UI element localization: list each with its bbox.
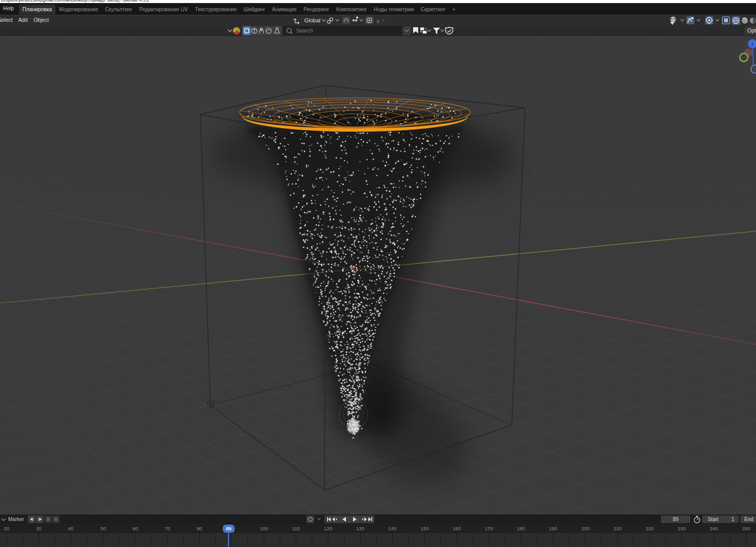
svg-text:Global: Global	[304, 17, 321, 23]
svg-text:Search: Search	[296, 27, 313, 34]
svg-text:z: z	[751, 42, 754, 47]
